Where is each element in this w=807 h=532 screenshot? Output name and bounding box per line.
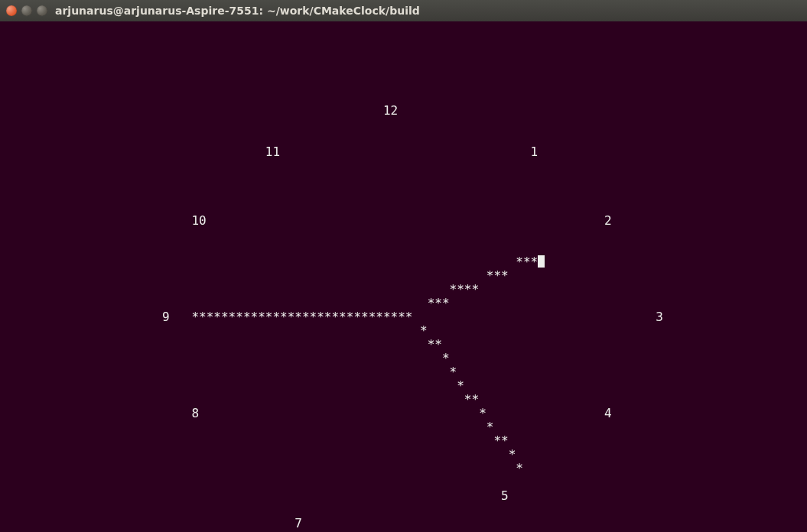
- titlebar[interactable]: arjunarus@arjunarus-Aspire-7551: ~/work/…: [0, 0, 807, 21]
- terminal-output[interactable]: 12 11 1 10 2: [0, 21, 807, 532]
- ascii-clock: 12 11 1 10 2: [0, 49, 807, 532]
- minimize-icon[interactable]: [21, 5, 32, 16]
- window-buttons: [6, 5, 47, 16]
- terminal-cursor: [538, 255, 545, 268]
- terminal-window: arjunarus@arjunarus-Aspire-7551: ~/work/…: [0, 0, 807, 532]
- window-title: arjunarus@arjunarus-Aspire-7551: ~/work/…: [55, 5, 420, 17]
- maximize-icon[interactable]: [37, 5, 47, 16]
- close-icon[interactable]: [6, 5, 17, 16]
